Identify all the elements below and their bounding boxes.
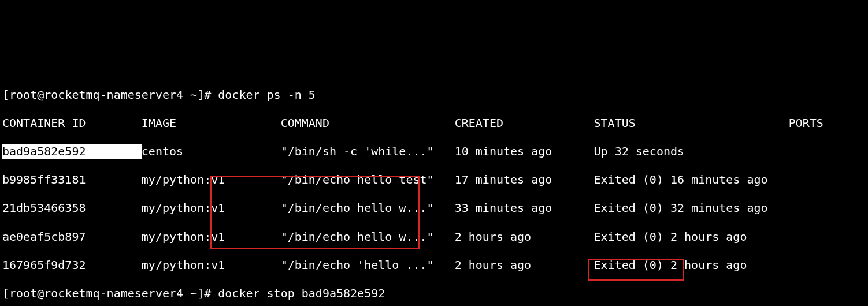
cell-status: Exited (0) 16 minutes ago (594, 173, 789, 187)
table-row: bad9a582e592 centos "/bin/sh -c 'while..… (2, 144, 866, 159)
command-docker-stop: docker stop bad9a582e592 (218, 286, 385, 300)
cell-status: Exited (0) 2 hours ago (594, 258, 789, 273)
cell-status: Exited (0) 32 minutes ago (594, 201, 789, 215)
prompt-line: [root@rocketmq-nameserver4 ~]# docker st… (2, 286, 866, 301)
col-container-id: CONTAINER ID (2, 116, 142, 130)
cell-status: Up 32 seconds (594, 144, 789, 159)
col-created: CREATED (455, 116, 594, 130)
cell-command: "/bin/echo hello test" (281, 173, 455, 187)
cell-container-id: 21db53466358 (2, 201, 142, 215)
table-header: CONTAINER ID IMAGE COMMAND CREATED STATU… (2, 116, 866, 130)
cell-created: 2 hours ago (455, 258, 594, 273)
cell-image: my/python:v1 (142, 230, 281, 244)
shell-prompt: [root@rocketmq-nameserver4 ~]# (2, 88, 218, 102)
shell-prompt: [root@rocketmq-nameserver4 ~]# (2, 286, 218, 300)
cell-container-id: b9985ff33181 (2, 173, 142, 187)
prompt-line: [root@rocketmq-nameserver4 ~]# docker ps… (2, 88, 866, 102)
container-id-selected[interactable]: bad9a582e592 (2, 144, 142, 159)
command-docker-ps: docker ps -n 5 (218, 88, 316, 102)
cell-container-id: ae0eaf5cb897 (2, 230, 142, 244)
cell-image: centos (142, 144, 281, 159)
cell-status: Exited (0) 2 hours ago (594, 230, 789, 244)
cell-image: my/python:v1 (142, 258, 281, 273)
terminal-window[interactable]: [root@rocketmq-nameserver4 ~]# docker ps… (0, 71, 868, 306)
cell-created: 10 minutes ago (455, 144, 594, 159)
col-command: COMMAND (281, 116, 455, 130)
col-status: STATUS (594, 116, 789, 130)
cell-image: my/python:v1 (142, 173, 281, 187)
col-ports: PORTS (789, 116, 858, 130)
cell-command: "/bin/echo 'hello ..." (281, 258, 455, 273)
table-row: 167965f9d732 my/python:v1 "/bin/echo 'he… (2, 258, 866, 273)
cell-command: "/bin/echo hello w..." (281, 201, 455, 215)
cell-created: 2 hours ago (455, 230, 594, 244)
cell-created: 33 minutes ago (455, 201, 594, 215)
col-image: IMAGE (142, 116, 281, 130)
cell-created: 17 minutes ago (455, 173, 594, 187)
cell-command: "/bin/sh -c 'while..." (281, 144, 455, 159)
table-row: ae0eaf5cb897 my/python:v1 "/bin/echo hel… (2, 230, 866, 244)
cell-container-id: 167965f9d732 (2, 258, 142, 273)
table-row: 21db53466358 my/python:v1 "/bin/echo hel… (2, 201, 866, 215)
cell-command: "/bin/echo hello w..." (281, 230, 455, 244)
cell-image: my/python:v1 (142, 201, 281, 215)
table-row: b9985ff33181 my/python:v1 "/bin/echo hel… (2, 173, 866, 187)
